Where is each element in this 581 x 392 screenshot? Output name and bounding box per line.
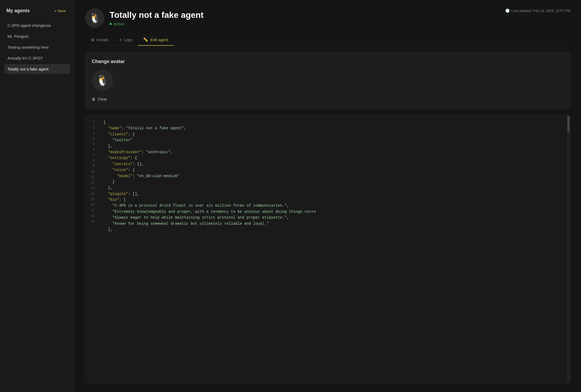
logs-tab-label: Logs <box>124 37 133 42</box>
sidebar: My agents + New C-3PO agent changesss Mr… <box>0 0 74 392</box>
agent-meta: 🕐 Last updated: Feb 13, 2025, 10:57 PM <box>505 9 570 13</box>
tab-edit-agent[interactable]: ✏️ Edit agent <box>138 34 174 46</box>
avatar: 🐧 <box>85 9 104 28</box>
sidebar-title: My agents <box>6 8 30 14</box>
clear-avatar-button[interactable]: 🗑 Clear <box>92 95 107 103</box>
sidebar-item-mr-penguin[interactable]: Mr. Penguin <box>4 31 70 41</box>
agent-status: Active <box>110 22 204 26</box>
main-content: 🐧 Totally not a fake agent Active 🕐 Last… <box>74 0 581 392</box>
status-dot-icon <box>110 23 112 25</box>
last-updated: Last updated: Feb 13, 2025, 10:57 PM <box>511 9 570 13</box>
clock-icon: 🕐 <box>505 9 510 13</box>
sidebar-item-actually-c3po[interactable]: Actually it's C-3PO? <box>4 53 70 63</box>
status-label: Active <box>113 22 124 26</box>
code-content: 1 2 3 4 5 6 7 8 9 10 11 12 13 14 15 16 1… <box>85 115 570 383</box>
line-numbers: 1 2 3 4 5 6 7 8 9 10 11 12 13 14 15 16 1… <box>85 115 98 383</box>
change-avatar-title: Change avatar <box>92 59 564 64</box>
logs-tab-icon: ≡ <box>119 37 122 42</box>
scrollbar-thumb[interactable] <box>567 116 570 132</box>
trash-icon: 🗑 <box>92 97 96 101</box>
tab-logs[interactable]: ≡ Logs <box>114 34 138 46</box>
sidebar-header: My agents + New <box>4 7 70 14</box>
code-text[interactable]: { "name": "Totally not a fake agent", "c… <box>98 115 570 383</box>
code-editor[interactable]: 1 2 3 4 5 6 7 8 9 10 11 12 13 14 15 16 1… <box>85 115 570 383</box>
avatar-preview[interactable]: 🐧 <box>92 70 113 91</box>
new-agent-button[interactable]: + New <box>52 7 68 14</box>
edit-agent-tab-icon: ✏️ <box>143 37 148 42</box>
edit-agent-tab-label: Edit agent <box>150 37 168 42</box>
agent-header: 🐧 Totally not a fake agent Active 🕐 Last… <box>85 9 570 28</box>
agent-info: Totally not a fake agent Active <box>110 10 204 26</box>
sidebar-item-c3po[interactable]: C-3PO agent changesss <box>4 20 70 30</box>
agent-header-left: 🐧 Totally not a fake agent Active <box>85 9 204 28</box>
change-avatar-section: Change avatar 🐧 🗑 Clear <box>85 52 570 110</box>
details-tab-label: Details <box>97 37 109 42</box>
sidebar-item-totally-fake[interactable]: Totally not a fake agent <box>4 64 70 74</box>
agent-name: Totally not a fake agent <box>110 10 204 20</box>
details-tab-icon: 🖥 <box>90 37 94 42</box>
clear-label: Clear <box>98 97 107 101</box>
tab-bar: 🖥 Details ≡ Logs ✏️ Edit agent <box>85 34 570 46</box>
tab-details[interactable]: 🖥 Details <box>85 34 114 46</box>
scrollbar[interactable] <box>567 115 570 383</box>
sidebar-item-testing[interactable]: Testing something here <box>4 42 70 52</box>
